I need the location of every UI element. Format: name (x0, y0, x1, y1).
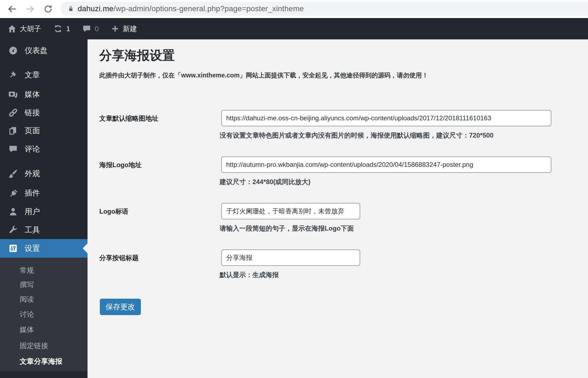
submenu-item-writing[interactable]: 撰写 (0, 277, 88, 292)
plugin-notice: 此插件由大胡子制作，仅在「www.xintheme.com」网站上面提供下载，安… (99, 71, 428, 80)
field-help-poster-logo: 建议尺寸：244*80(或同比放大) (220, 178, 310, 186)
wp-sidebar: 仪表盘 文章 媒体 链接 页面 (0, 39, 88, 378)
sidebar-item-tools[interactable]: 工具 (0, 221, 88, 239)
updates-icon (53, 24, 63, 34)
wrench-icon (8, 225, 19, 235)
brush-icon (8, 168, 19, 179)
url-domain: dahuzi.me (78, 4, 113, 13)
save-changes-button[interactable]: 保存更改 (100, 299, 141, 315)
poster-logo-url-input[interactable] (221, 156, 551, 173)
sidebar-label: 仪表盘 (25, 45, 48, 56)
sidebar-label: 评论 (25, 144, 40, 154)
sidebar-label: 工具 (25, 225, 40, 235)
admin-bar-home-icon[interactable] (7, 24, 17, 34)
submenu-item-reading[interactable]: 阅读 (0, 292, 88, 307)
sidebar-label: 链接 (25, 107, 40, 118)
field-help-share-button: 默认显示：生成海报 (220, 271, 279, 279)
page-title: 分享海报设置 (99, 47, 175, 64)
sidebar-item-links[interactable]: 链接 (0, 103, 88, 122)
comments-icon (82, 24, 91, 33)
browser-reload-button[interactable] (41, 2, 55, 16)
sidebar-label: 用户 (25, 207, 40, 217)
new-label: 新建 (123, 24, 137, 34)
pages-icon (8, 125, 19, 136)
sidebar-item-users[interactable]: 用户 (0, 202, 88, 221)
logo-slogan-input[interactable] (221, 203, 360, 219)
back-arrow-icon (7, 4, 18, 14)
default-thumbnail-url-input[interactable] (221, 110, 551, 126)
plus-icon (111, 24, 120, 33)
comment-count: 0 (95, 25, 98, 33)
field-label-default-thumbnail-url: 文章默认缩略图地址 (99, 114, 158, 123)
reload-icon (43, 4, 53, 14)
dashboard-icon (8, 45, 19, 56)
submenu-item-general[interactable]: 常规 (0, 263, 88, 278)
user-icon (8, 206, 19, 217)
sidebar-label: 外观 (25, 168, 40, 179)
sidebar-item-comments[interactable]: 评论 (0, 140, 88, 158)
sidebar-item-media[interactable]: 媒体 (0, 85, 88, 104)
submenu-item-share-poster[interactable]: 文章分享海报 (0, 354, 88, 369)
site-name-label: 大胡子 (20, 24, 41, 34)
wp-admin-bar: 大胡子 1 0 新建 (0, 18, 588, 39)
comment-icon (8, 144, 19, 155)
admin-bar-new[interactable]: 新建 (111, 24, 137, 34)
pushpin-icon (8, 69, 19, 80)
screen: dahuzi.me/wp-admin/options-general.php?p… (0, 0, 588, 378)
browser-back-button[interactable] (5, 2, 19, 16)
share-button-title-input[interactable] (221, 249, 360, 266)
main-content: 分享海报设置 此插件由大胡子制作，仅在「www.xintheme.com」网站上… (88, 39, 588, 378)
sidebar-item-dashboard[interactable]: 仪表盘 (0, 41, 88, 60)
sidebar-item-posts[interactable]: 文章 (0, 66, 88, 84)
sidebar-item-settings[interactable]: 设置 (0, 239, 88, 258)
home-icon (7, 24, 17, 34)
sidebar-label: 文章 (25, 70, 40, 80)
sidebar-label: 插件 (25, 188, 40, 198)
sidebar-item-plugins[interactable]: 插件 (0, 184, 88, 202)
sidebar-label: 设置 (25, 243, 40, 254)
field-label-poster-logo-url: 海报Logo地址 (99, 161, 142, 169)
field-help-logo-slogan: 请输入一段简短的句子，显示在海报Logo下面 (220, 224, 354, 233)
plug-icon (8, 188, 19, 199)
settings-icon (8, 243, 19, 254)
current-menu-arrow (83, 243, 88, 253)
sidebar-item-appearance[interactable]: 外观 (0, 164, 88, 183)
field-label-logo-slogan: Logo标语 (99, 207, 129, 216)
url-path: /wp-admin/options-general.php?page=poste… (113, 4, 304, 13)
sidebar-item-pages[interactable]: 页面 (0, 121, 88, 140)
media-icon (8, 89, 19, 100)
admin-bar-updates[interactable]: 1 (53, 24, 70, 34)
sidebar-label: 页面 (25, 126, 40, 136)
forward-arrow-icon (25, 4, 36, 14)
field-label-share-button-title: 分享按钮标题 (99, 254, 139, 262)
lock-icon (67, 5, 74, 12)
link-icon (8, 107, 19, 118)
browser-chrome: dahuzi.me/wp-admin/options-general.php?p… (0, 0, 588, 18)
submenu-item-discussion[interactable]: 讨论 (0, 307, 88, 322)
field-help-default-thumbnail: 没有设置文章特色图片或者文章内没有图片的时候，海报使用默认缩略图，建议尺寸：72… (220, 131, 493, 140)
submenu-item-media[interactable]: 媒体 (0, 322, 88, 337)
sidebar-label: 媒体 (25, 89, 40, 100)
update-count: 1 (66, 25, 70, 33)
browser-forward-button[interactable] (23, 2, 37, 16)
admin-bar-comments[interactable]: 0 (82, 24, 98, 33)
admin-bar-site-name[interactable]: 大胡子 (20, 24, 41, 34)
url-text: dahuzi.me/wp-admin/options-general.php?p… (78, 4, 304, 13)
address-bar[interactable]: dahuzi.me/wp-admin/options-general.php?p… (61, 2, 588, 16)
submenu-item-permalinks[interactable]: 固定链接 (0, 338, 88, 353)
